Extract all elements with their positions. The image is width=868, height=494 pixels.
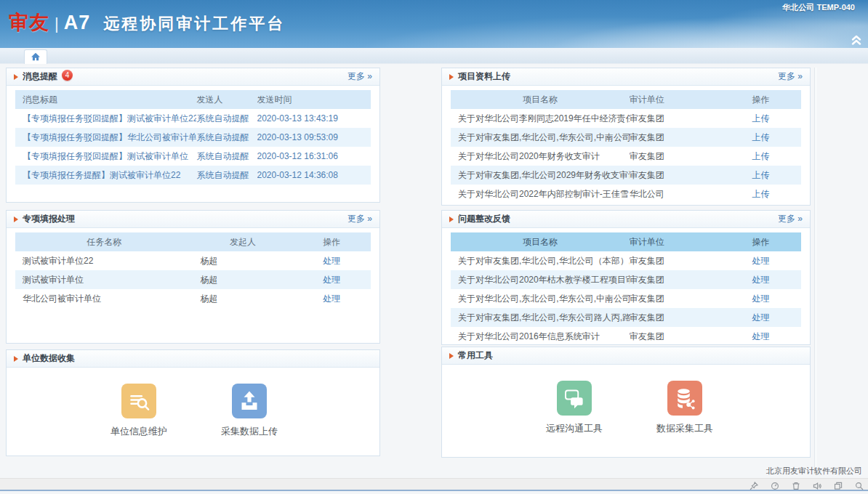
right-triangle-icon bbox=[14, 74, 18, 80]
upload-tray-icon bbox=[232, 384, 267, 418]
task-name: 测试被审计单位22 bbox=[15, 251, 193, 270]
unit-info-search-icon bbox=[121, 384, 156, 418]
project-name: 关于对华北公司李刚同志2019年任中经济责任审计 bbox=[451, 109, 630, 128]
audit-unit: 审友集团 bbox=[630, 289, 720, 308]
brand-logo: 审友 bbox=[9, 9, 49, 36]
message-title-link[interactable]: 【专项填报任务驳回提醒】测试被审计单位 bbox=[15, 147, 196, 166]
message-title-link[interactable]: 【专项填报任务驳回提醒】华北公司被审计单位 bbox=[15, 128, 196, 147]
tool-unit-info-maintenance[interactable]: 单位信息维护 bbox=[88, 384, 190, 438]
right-triangle-icon bbox=[449, 353, 454, 359]
tool-label: 采集数据上传 bbox=[198, 425, 300, 438]
process-link[interactable]: 处理 bbox=[752, 331, 770, 341]
tool-collected-data-upload[interactable]: 采集数据上传 bbox=[198, 384, 300, 438]
audit-unit: 审友集团 bbox=[630, 308, 720, 327]
table-row: 华北公司被审计单位 杨超 处理 bbox=[15, 289, 371, 308]
panel-project-upload-header: 项目资料上传 更多 » bbox=[442, 68, 810, 86]
initiator: 杨超 bbox=[193, 289, 293, 308]
table-row: 测试被审计单位22 杨超 处理 bbox=[15, 251, 371, 270]
more-link[interactable]: 更多 » bbox=[778, 70, 803, 83]
volume-icon[interactable] bbox=[813, 480, 821, 489]
upload-link[interactable]: 上传 bbox=[752, 113, 770, 124]
column-header: 操作 bbox=[292, 232, 371, 251]
audit-unit: 审友集团 bbox=[630, 109, 720, 128]
project-name: 关于对审友集团,华北公司2029年财务收支审计（石树超... bbox=[451, 166, 630, 185]
upload-link[interactable]: 上传 bbox=[752, 189, 770, 199]
app-header: 审友 | A7 远程协同审计工作平台 华北公司 TEMP-040 bbox=[0, 0, 868, 48]
unread-count-badge: 4 bbox=[62, 70, 73, 81]
message-sender: 系统自动提醒 bbox=[196, 109, 257, 128]
message-title-link[interactable]: 【专项填报任务驳回提醒】测试被审计单位22 bbox=[15, 109, 196, 128]
upload-link[interactable]: 上传 bbox=[752, 170, 770, 180]
panel-title: 常用工具 bbox=[458, 349, 493, 362]
column-header: 项目名称 bbox=[451, 90, 630, 109]
tab-bar bbox=[0, 48, 868, 64]
upload-link[interactable]: 上传 bbox=[752, 151, 770, 161]
table-row: 关于对华北公司,东北公司,华东公司,中南公司,西南公司,... 审友集团 处理 bbox=[451, 289, 801, 308]
column-header: 项目名称 bbox=[451, 232, 630, 251]
message-sender: 系统自动提醒 bbox=[196, 166, 257, 185]
tab-home[interactable] bbox=[24, 49, 47, 64]
table-row: 关于对华北公司2016年信息系统审计 审友集团 处理 bbox=[451, 327, 801, 346]
right-triangle-icon bbox=[14, 216, 18, 222]
double-chevron-up-icon[interactable] bbox=[851, 35, 862, 45]
project-upload-table: 项目名称 审计单位 操作 关于对华北公司李刚同志2019年任中经济责任审计 审友… bbox=[451, 90, 801, 203]
panel-data-collection-header: 单位数据收集 bbox=[7, 350, 379, 368]
initiator: 杨超 bbox=[193, 251, 293, 270]
panel-title: 消息提醒 bbox=[23, 70, 57, 83]
task-name: 测试被审计单位 bbox=[15, 270, 193, 289]
upload-link[interactable]: 上传 bbox=[752, 132, 770, 142]
page-title: 远程协同审计工作平台 bbox=[103, 13, 285, 35]
panel-data-collection: 单位数据收集 单位信息维护 采集数据上传 bbox=[6, 349, 380, 456]
table-row: 【专项填报任务驳回提醒】测试被审计单位 系统自动提醒 2020-03-12 16… bbox=[15, 147, 371, 166]
chat-bubbles-icon bbox=[557, 381, 592, 416]
pin-icon[interactable] bbox=[750, 480, 758, 489]
project-name: 关于对华北公司2020年枯木教学楼工程项目审计 bbox=[451, 270, 630, 289]
process-link[interactable]: 处理 bbox=[323, 293, 340, 304]
database-collect-icon bbox=[667, 381, 702, 416]
tool-data-collection[interactable]: 数据采集工具 bbox=[634, 381, 736, 435]
content-scrollbar[interactable] bbox=[814, 68, 817, 474]
panel-feedback: 问题整改反馈 更多 » 项目名称 审计单位 操作 关于对审友集团,华北公司,华北… bbox=[441, 210, 811, 345]
trash-icon[interactable] bbox=[792, 480, 800, 489]
table-row: 关于对审友集团,华北公司,华北公司（本部）,北京分公... 审友集团 处理 bbox=[451, 251, 801, 270]
process-link[interactable]: 处理 bbox=[323, 275, 340, 285]
copy-window-icon[interactable] bbox=[834, 480, 843, 489]
more-link[interactable]: 更多 » bbox=[347, 213, 372, 225]
table-row: 测试被审计单位 杨超 处理 bbox=[15, 270, 371, 289]
process-link[interactable]: 处理 bbox=[323, 256, 340, 266]
table-header-row: 项目名称 审计单位 操作 bbox=[451, 90, 801, 109]
panel-common-tools: 常用工具 远程沟通工具 数据采集工具 bbox=[441, 347, 811, 458]
logo-separator: | bbox=[55, 15, 59, 33]
table-row: 关于对华北公司2022年内部控制审计-王佳雪 华北公司 上传 bbox=[451, 185, 801, 203]
tool-remote-communication[interactable]: 远程沟通工具 bbox=[523, 381, 625, 435]
process-link[interactable]: 处理 bbox=[752, 312, 770, 323]
column-header: 操作 bbox=[720, 232, 801, 251]
table-row: 【专项填报任务提醒】测试被审计单位22 系统自动提醒 2020-03-12 14… bbox=[15, 166, 371, 185]
search-icon[interactable] bbox=[855, 480, 864, 489]
panel-title: 单位数据收集 bbox=[23, 352, 75, 365]
column-header: 发送人 bbox=[196, 90, 257, 109]
messages-table: 消息标题 发送人 发送时间 【专项填报任务驳回提醒】测试被审计单位22 系统自动… bbox=[15, 90, 371, 185]
tool-grid: 单位信息维护 采集数据上传 bbox=[7, 384, 379, 438]
message-title-link[interactable]: 【专项填报任务提醒】测试被审计单位22 bbox=[15, 166, 196, 185]
project-name: 关于对华北公司2016年信息系统审计 bbox=[451, 327, 630, 346]
record-icon[interactable] bbox=[771, 480, 779, 489]
panel-messages-header: 消息提醒 4 更多 » bbox=[7, 68, 379, 86]
audit-unit: 审友集团 bbox=[630, 128, 720, 147]
more-link[interactable]: 更多 » bbox=[347, 70, 372, 83]
product-name: A7 bbox=[64, 12, 91, 34]
column-header: 审计单位 bbox=[630, 232, 720, 251]
process-link[interactable]: 处理 bbox=[752, 275, 770, 285]
table-header-row: 消息标题 发送人 发送时间 bbox=[15, 90, 371, 109]
panel-messages: 消息提醒 4 更多 » 消息标题 发送人 发送时间 【专项填报任务驳回提醒】测试… bbox=[6, 68, 380, 203]
tool-label: 单位信息维护 bbox=[88, 425, 190, 438]
tool-grid: 远程沟通工具 数据采集工具 bbox=[442, 381, 810, 435]
user-company-label: 华北公司 TEMP-040 bbox=[782, 2, 855, 13]
right-triangle-icon bbox=[449, 216, 454, 222]
more-link[interactable]: 更多 » bbox=[778, 213, 803, 225]
app-logo: 审友 | A7 远程协同审计工作平台 bbox=[9, 9, 285, 36]
task-name: 华北公司被审计单位 bbox=[15, 289, 193, 308]
process-link[interactable]: 处理 bbox=[752, 256, 770, 266]
process-link[interactable]: 处理 bbox=[752, 293, 770, 304]
table-row: 关于对审友集团,华北公司,华东公司,中南公司,西南公司2... 审友集团 上传 bbox=[451, 128, 801, 147]
